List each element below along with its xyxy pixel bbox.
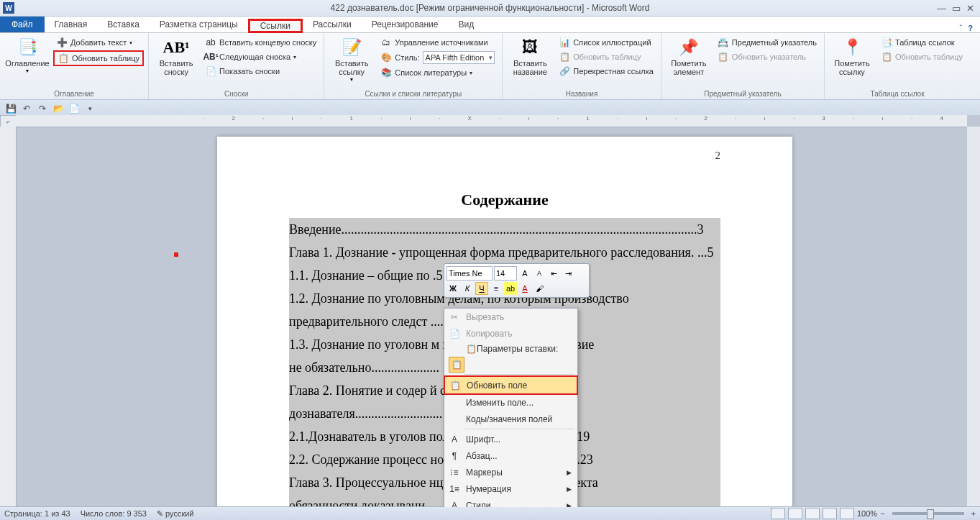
redo-icon[interactable]: ↷ [36,102,49,115]
help-icon[interactable]: ? [968,24,973,32]
font-dialog-icon: A [449,434,460,445]
ctx-paragraph[interactable]: ¶Абзац... [444,447,577,464]
zoom-level[interactable]: 100% [857,509,877,518]
document-area[interactable]: 2 Содержание Введение...................… [16,127,967,507]
group-toc: 📑 Оглавление ▾ ➕Добавить текст ▾ 📋Обнови… [0,33,149,99]
ctx-edit-field[interactable]: Изменить поле... [444,394,577,411]
bibliography-button[interactable]: 📚Список литературы ▾ [377,66,498,79]
manage-sources-button[interactable]: 🗂Управление источниками [377,36,498,49]
insert-toa-button[interactable]: 📑Таблица ссылок [878,36,966,49]
restore-icon[interactable]: ▭ [952,3,961,14]
view-draft-icon[interactable] [840,508,854,519]
update-captions-button[interactable]: 📋Обновить таблицу [556,50,656,63]
add-text-button[interactable]: ➕Добавить текст ▾ [53,36,144,49]
ctx-cut[interactable]: ✂Вырезать [444,309,577,325]
tab-view[interactable]: Вид [448,17,484,32]
ctx-numbering[interactable]: 1≡Нумерация▶ [444,480,577,497]
styles-icon: A [449,500,460,508]
toc-line[interactable]: Глава 1. Дознание - упрощенная форма пре… [289,241,720,264]
qat-dropdown-icon[interactable]: ▾ [83,102,96,115]
ctx-toggle-field-codes[interactable]: Коды/значения полей [444,411,577,427]
bibliography-icon: 📚 [380,67,392,78]
separator [464,429,574,429]
undo-icon[interactable]: ↶ [20,102,33,115]
italic-icon[interactable]: К [461,282,474,295]
minimize-icon[interactable]: ― [937,3,946,14]
ctx-paste-default[interactable]: 📋 [444,356,577,373]
tab-mailings[interactable]: Рассылки [303,17,362,32]
insert-footnote-button[interactable]: AB¹ Вставить сноску [153,35,199,78]
group-authorities: 📍 Пометить ссылку 📑Таблица ссылок 📋Обнов… [825,33,970,99]
mark-entry-button[interactable]: 📌 Пометить элемент [666,35,712,78]
tab-review[interactable]: Рецензирование [362,17,449,32]
status-bar: Страница: 1 из 43 Число слов: 9 353 ✎ ру… [0,506,980,520]
zoom-slider[interactable] [892,512,964,515]
zoom-in-icon[interactable]: + [971,509,976,518]
view-full-screen-icon[interactable] [788,508,802,519]
horizontal-ruler[interactable]: · 2 · ı · 1 · ı · X · ı · 1 · ı · 2 · ı … [16,115,967,127]
tab-file[interactable]: Файл [0,17,45,32]
underline-icon[interactable]: Ч [475,282,488,295]
insert-citation-button[interactable]: 📝 Вставить ссылку ▾ [329,35,375,84]
new-icon[interactable]: 📄 [68,102,81,115]
increase-indent-icon[interactable]: ⇥ [562,267,574,280]
cut-icon: ✂ [449,311,460,323]
status-page[interactable]: Страница: 1 из 43 [4,509,70,518]
close-icon[interactable]: ✕ [966,3,974,14]
tab-references[interactable]: Ссылки [248,19,303,33]
spellcheck-icon: ✎ [157,509,163,518]
style-icon: 🎨 [380,52,392,63]
numbering-icon: 1≡ [449,483,460,495]
grow-font-icon[interactable]: A [518,267,531,280]
tab-home[interactable]: Главная [45,17,98,32]
vertical-ruler[interactable] [0,127,17,507]
toc-button[interactable]: 📑 Оглавление ▾ [4,35,50,76]
ctx-font[interactable]: AШрифт... [444,431,577,447]
insert-index-button[interactable]: 📇Предметный указатель [715,36,820,49]
vertical-scrollbar[interactable] [966,127,980,507]
highlight-icon[interactable]: ab [504,282,517,295]
cross-reference-button[interactable]: 🔗Перекрестная ссылка [556,65,656,78]
update-table-button[interactable]: 📋Обновить таблицу [53,50,144,66]
figures-icon: 📊 [559,37,570,48]
insert-caption-button[interactable]: 🖼 Вставить название [507,35,553,78]
font-name-input[interactable] [447,266,493,280]
ctx-bullets[interactable]: ⁝≡Маркеры▶ [444,464,577,480]
status-word-count[interactable]: Число слов: 9 353 [81,509,147,518]
font-color-icon[interactable]: A [518,282,531,295]
decrease-indent-icon[interactable]: ⇤ [547,267,560,280]
insert-endnote-button[interactable]: abВставить концевую сноску [202,36,319,49]
tab-insert[interactable]: Вставка [97,17,150,32]
status-language[interactable]: ✎ русский [157,509,194,519]
view-web-icon[interactable] [805,508,820,519]
align-center-icon[interactable]: ≡ [490,282,503,295]
next-footnote-button[interactable]: AB¹Следующая сноска ▾ [202,50,319,63]
view-print-layout-icon[interactable] [771,508,785,519]
minimize-ribbon-icon[interactable]: ˆ [960,24,963,32]
tab-layout[interactable]: Разметка страницы [150,17,248,32]
zoom-out-icon[interactable]: − [880,509,884,518]
view-outline-icon[interactable] [823,508,837,519]
mini-toolbar[interactable]: A A ⇤ ⇥ Ж К Ч ≡ ab A 🖌 [444,263,590,298]
show-notes-button[interactable]: 📄Показать сноски [202,65,319,78]
toc-line[interactable]: Введение................................… [289,218,720,241]
table-of-figures-button[interactable]: 📊Список иллюстраций [556,36,656,49]
format-painter-icon[interactable]: 🖌 [533,282,546,295]
font-size-input[interactable] [494,266,517,280]
save-icon[interactable]: 💾 [4,102,17,115]
endnote-icon: ab [205,37,216,48]
page-number: 2 [289,150,720,162]
ctx-update-field[interactable]: 📋Обновить поле [444,375,578,395]
paste-option-icon: 📋 [449,357,464,373]
update-index-button[interactable]: 📋Обновить указатель [715,50,820,63]
shrink-font-icon[interactable]: A [533,267,546,280]
mark-citation-button[interactable]: 📍 Пометить ссылку [829,35,875,78]
update-toa-button[interactable]: 📋Обновить таблицу [878,50,966,63]
bold-icon[interactable]: Ж [447,282,459,295]
style-combo[interactable]: 🎨Стиль: APA Fifth Edition [377,50,498,65]
open-icon[interactable]: 📂 [52,102,65,115]
ctx-styles[interactable]: AСтили▶ [444,497,577,507]
manage-sources-icon: 🗂 [380,37,392,48]
ctx-copy[interactable]: 📄Копировать [444,325,577,342]
update-toa-icon: 📋 [881,51,892,63]
